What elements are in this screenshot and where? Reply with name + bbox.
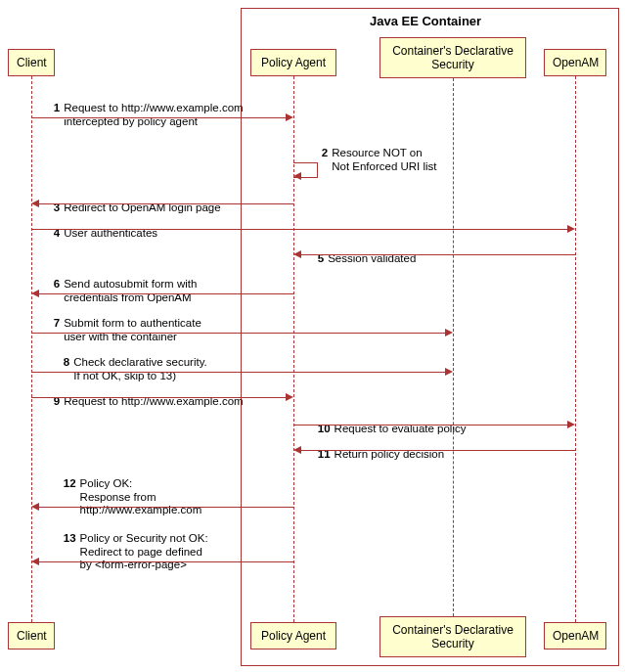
participant-policy-agent-top: Policy Agent [250, 49, 336, 76]
message-6-text: Send autosubmit form with credentials fr… [64, 278, 197, 305]
message-7-text: Submit form to authenticate user with th… [64, 317, 201, 344]
message-11: 11Return policy decision [305, 434, 444, 474]
message-4: 4User authenticates [41, 213, 157, 253]
participant-policy-agent-bottom: Policy Agent [250, 622, 336, 650]
arrow-11-head [293, 446, 301, 454]
arrow-3 [39, 203, 293, 204]
arrow-11 [301, 450, 575, 451]
message-1: 1Request to http://www.example.com inter… [41, 88, 244, 142]
arrow-9 [31, 397, 286, 398]
arrow-3-head [31, 200, 39, 207]
lifeline-openam [575, 76, 576, 622]
message-13-num: 13 [64, 532, 76, 546]
participant-openam-bottom: OpenAM [544, 622, 606, 650]
message-13-text: Policy or Security not OK: Redirect to p… [80, 532, 208, 572]
arrow-10-head [567, 421, 575, 428]
arrow-4 [31, 229, 567, 230]
lifeline-declarative [453, 78, 454, 616]
participant-openam-top: OpenAM [544, 49, 606, 76]
lifeline-policy-agent [293, 76, 294, 622]
container-title: Java EE Container [370, 14, 481, 28]
message-7-num: 7 [54, 317, 60, 331]
message-5: 5Session validated [305, 239, 416, 279]
arrow-2-head [293, 172, 301, 180]
arrow-5-head [293, 250, 301, 258]
java-ee-container-box [241, 8, 619, 666]
sequence-diagram: Java EE Container Client Policy Agent Co… [8, 8, 617, 664]
arrow-12-head [31, 503, 39, 511]
message-2: 2Resource NOT on Not Enforced URI list [309, 133, 437, 187]
arrow-6 [39, 293, 293, 294]
participant-client-bottom: Client [8, 622, 55, 650]
arrow-12 [39, 507, 293, 508]
arrow-6-head [31, 290, 39, 297]
message-2-num: 2 [322, 147, 328, 160]
message-6-num: 6 [54, 278, 60, 291]
message-8-num: 8 [64, 356, 69, 370]
arrow-8-head [445, 368, 453, 376]
arrow-13 [39, 561, 293, 562]
arrow-4-head [567, 225, 575, 233]
arrow-13-head [31, 558, 39, 565]
arrow-1-head [286, 113, 293, 121]
message-9: 9Request to http://www.example.com [41, 381, 244, 422]
participant-client-top: Client [8, 49, 55, 76]
participant-declarative-top: Container's Declarative Security [379, 37, 526, 78]
message-1-text: Request to http://www.example.com interc… [64, 102, 243, 129]
message-2-text: Resource NOT on Not Enforced URI list [332, 147, 436, 174]
arrow-9-head [286, 393, 293, 401]
arrow-10 [293, 425, 567, 426]
arrow-1 [31, 117, 286, 118]
message-12-text: Policy OK: Response from http://www.exam… [80, 477, 202, 517]
lifeline-client [31, 76, 32, 622]
message-8-text: Check declarative security. If not OK, s… [73, 356, 207, 383]
message-12-num: 12 [64, 477, 76, 491]
message-1-num: 1 [54, 102, 60, 115]
participant-declarative-bottom: Container's Declarative Security [379, 616, 526, 657]
arrow-5 [301, 254, 575, 255]
message-13: 13Policy or Security not OK: Redirect to… [51, 518, 208, 586]
arrow-8 [31, 372, 445, 373]
arrow-7 [31, 333, 445, 334]
arrow-7-head [445, 329, 453, 336]
